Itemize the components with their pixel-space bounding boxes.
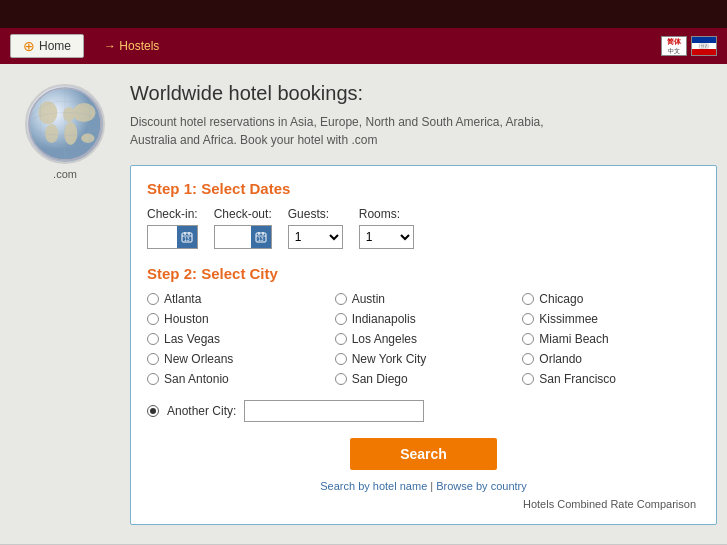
city-radio[interactable] [147,293,159,305]
guests-label: Guests: [288,207,343,221]
right-panel: Worldwide hotel bookings: Discount hotel… [130,74,717,534]
city-name: Atlanta [164,292,201,306]
city-radio[interactable] [147,313,159,325]
checkout-calendar-icon[interactable]: 13 [251,226,271,248]
another-city-radio[interactable] [147,405,159,417]
guests-select[interactable]: 1234 [288,225,343,249]
another-city-label: Another City: [167,404,236,418]
rooms-select[interactable]: 1234 [359,225,414,249]
search-button[interactable]: Search [350,438,497,470]
svg-text:13: 13 [258,236,264,242]
site-description: Discount hotel reservations in Asia, Eur… [130,113,717,149]
city-radio[interactable] [147,333,159,345]
checkin-input[interactable]: 13 [147,225,198,249]
city-radio[interactable] [335,353,347,365]
city-radio[interactable] [522,333,534,345]
checkin-label: Check-in: [147,207,198,221]
svg-point-5 [64,122,77,145]
city-name: San Diego [352,372,408,386]
hotel-compare-text: Hotels Combined Rate Comparison [147,498,700,510]
checkin-calendar-icon[interactable]: 13 [177,226,197,248]
city-name: San Antonio [164,372,229,386]
city-name: Las Vegas [164,332,220,346]
step1-title: Step 1: Select Dates [147,180,700,197]
top-bar [0,0,727,28]
globe-image [25,84,105,164]
city-radio[interactable] [335,313,347,325]
language-flags: 简体 中文 EN [661,36,717,56]
city-name: Kissimmee [539,312,598,326]
city-name: New York City [352,352,427,366]
svg-text:13: 13 [184,236,190,242]
globe-nav-icon: ⊕ [23,38,35,54]
city-option[interactable]: Atlanta [147,292,325,306]
city-radio[interactable] [522,353,534,365]
checkin-group: Check-in: 13 [147,207,198,249]
rooms-label: Rooms: [359,207,414,221]
com-label: .com [53,168,77,180]
chinese-flag[interactable]: 简体 中文 [661,36,687,56]
left-panel: .com [10,74,120,534]
footer-links: Search by hotel name | Browse by country [147,480,700,492]
browse-by-country-link[interactable]: Browse by country [436,480,526,492]
city-radio[interactable] [522,313,534,325]
city-radio[interactable] [335,333,347,345]
city-option[interactable]: New Orleans [147,352,325,366]
city-radio[interactable] [522,293,534,305]
dates-row: Check-in: 13 [147,207,700,249]
city-option[interactable]: New York City [335,352,513,366]
city-radio[interactable] [335,293,347,305]
site-title: Worldwide hotel bookings: [130,82,717,105]
another-city-input[interactable] [244,400,424,422]
home-label: Home [39,39,71,53]
checkout-label: Check-out: [214,207,272,221]
header-bar: ⊕ Home → Hostels 简体 中文 EN [0,28,727,64]
city-option[interactable]: Kissimmee [522,312,700,326]
main-content: .com Worldwide hotel bookings: Discount … [0,64,727,544]
city-radio[interactable] [335,373,347,385]
city-name: Austin [352,292,385,306]
city-option[interactable]: Chicago [522,292,700,306]
city-name: San Francisco [539,372,616,386]
city-option[interactable]: Miami Beach [522,332,700,346]
search-btn-container: Search [147,438,700,470]
city-grid: AtlantaAustinChicagoHoustonIndianapolisK… [147,292,700,386]
city-radio[interactable] [522,373,534,385]
svg-point-2 [38,101,57,124]
english-flag[interactable]: EN [691,36,717,56]
city-name: Orlando [539,352,582,366]
city-name: Chicago [539,292,583,306]
rooms-group: Rooms: 1234 [359,207,414,249]
city-name: New Orleans [164,352,233,366]
city-name: Miami Beach [539,332,608,346]
city-name: Los Angeles [352,332,417,346]
checkout-group: Check-out: 13 [214,207,272,249]
guests-group: Guests: 1234 [288,207,343,249]
city-option[interactable]: Los Angeles [335,332,513,346]
checkout-input[interactable]: 13 [214,225,272,249]
home-button[interactable]: ⊕ Home [10,34,84,58]
city-name: Houston [164,312,209,326]
hostels-link[interactable]: → Hostels [104,39,159,53]
city-option[interactable]: San Francisco [522,372,700,386]
city-option[interactable]: Indianapolis [335,312,513,326]
another-city-row: Another City: [147,400,700,422]
city-option[interactable]: Houston [147,312,325,326]
city-name: Indianapolis [352,312,416,326]
svg-point-3 [45,124,58,143]
svg-point-6 [73,103,96,122]
city-radio[interactable] [147,353,159,365]
city-option[interactable]: Las Vegas [147,332,325,346]
booking-form: Step 1: Select Dates Check-in: [130,165,717,525]
step2-title: Step 2: Select City [147,265,700,282]
city-option[interactable]: San Diego [335,372,513,386]
city-radio[interactable] [147,373,159,385]
city-option[interactable]: San Antonio [147,372,325,386]
search-by-hotel-link[interactable]: Search by hotel name [320,480,427,492]
city-option[interactable]: Austin [335,292,513,306]
city-option[interactable]: Orlando [522,352,700,366]
